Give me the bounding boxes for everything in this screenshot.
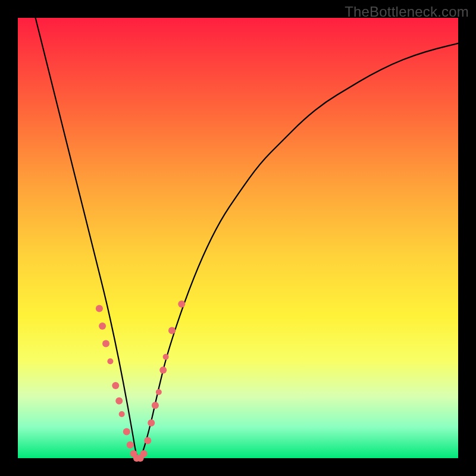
curve-marker xyxy=(159,367,167,374)
curve-marker xyxy=(140,450,148,458)
curve-marker xyxy=(144,437,151,444)
curve-marker xyxy=(99,322,106,330)
curve-marker xyxy=(119,411,125,417)
curve-marker xyxy=(148,419,155,427)
curve-marker xyxy=(168,327,176,334)
curve-marker xyxy=(178,300,185,308)
curve-marker xyxy=(123,428,130,436)
bottleneck-curve-path xyxy=(36,18,458,458)
curve-marker xyxy=(96,305,103,312)
bottleneck-curve-svg xyxy=(18,18,458,458)
curve-marker xyxy=(107,358,113,364)
curve-marker xyxy=(152,402,159,409)
curve-marker xyxy=(102,340,109,347)
curve-markers xyxy=(96,300,185,462)
curve-marker xyxy=(112,382,119,389)
curve-marker xyxy=(115,397,123,405)
curve-marker xyxy=(163,354,169,360)
curve-marker xyxy=(127,441,134,449)
curve-marker xyxy=(156,389,162,395)
